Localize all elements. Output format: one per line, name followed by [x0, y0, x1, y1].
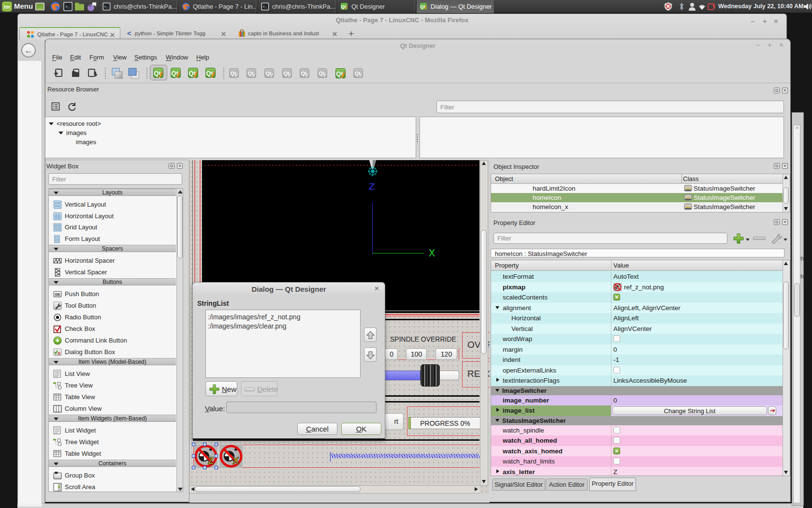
svg-text:Z: Z [208, 455, 214, 466]
svg-text:x: x [58, 350, 61, 356]
svg-text:X: X [232, 455, 239, 466]
svg-text:>_: >_ [104, 5, 109, 9]
svg-text:>_: >_ [263, 5, 267, 9]
svg-text:OK: OK [55, 293, 60, 296]
svg-text:>_: >_ [65, 4, 70, 9]
svg-text:lm: lm [4, 4, 10, 10]
